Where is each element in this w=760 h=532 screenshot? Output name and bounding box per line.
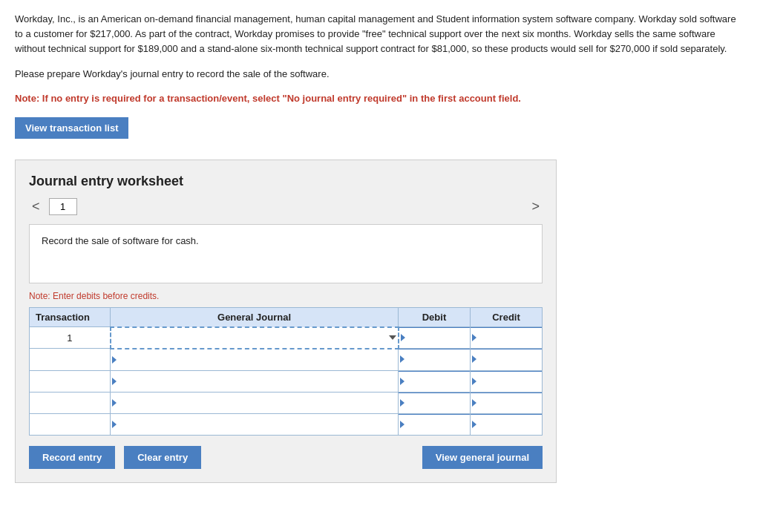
table-row — [30, 392, 543, 413]
table-row: 1 — [30, 327, 543, 349]
debit-cell-4[interactable] — [399, 392, 471, 413]
table-row — [30, 370, 543, 392]
credit-triangle-icon-4 — [472, 399, 476, 407]
debit-input-5[interactable] — [399, 414, 470, 435]
general-journal-input-5[interactable] — [111, 414, 398, 435]
description-paragraph1: Workday, Inc., is an American on-demand … — [15, 12, 742, 56]
general-journal-input-3[interactable] — [111, 371, 398, 392]
credit-cell-5[interactable] — [470, 413, 542, 435]
debit-triangle-icon-5 — [400, 421, 404, 428]
note-debits: Note: Enter debits before credits. — [29, 291, 543, 301]
col-header-general-journal: General Journal — [111, 307, 399, 327]
description-section: Workday, Inc., is an American on-demand … — [15, 12, 745, 104]
transaction-description-text: Record the sale of software for cash. — [42, 235, 199, 246]
col-header-transaction: Transaction — [30, 307, 111, 327]
table-row — [30, 349, 543, 371]
debit-cell-2[interactable] — [399, 349, 471, 371]
credit-cell-1[interactable] — [470, 327, 542, 349]
credit-triangle-icon-3 — [472, 378, 476, 385]
prev-page-button[interactable]: < — [29, 199, 43, 214]
col-header-debit: Debit — [399, 307, 471, 327]
clear-entry-button[interactable]: Clear entry — [124, 446, 201, 469]
general-journal-cell-4[interactable] — [111, 392, 399, 413]
transaction-description-box: Record the sale of software for cash. — [29, 224, 543, 283]
debit-input-1[interactable] — [399, 327, 470, 348]
debit-input-3[interactable] — [399, 371, 470, 392]
general-journal-input-4[interactable] — [111, 393, 398, 413]
gj-triangle-icon-4 — [112, 399, 117, 407]
credit-input-3[interactable] — [471, 371, 542, 392]
table-row — [30, 413, 543, 435]
transaction-cell-5 — [30, 413, 111, 435]
general-journal-cell-2[interactable] — [111, 349, 399, 371]
debit-triangle-icon — [401, 334, 405, 341]
view-transaction-button[interactable]: View transaction list — [15, 117, 128, 139]
general-journal-cell-5[interactable] — [111, 413, 399, 435]
credit-cell-4[interactable] — [470, 392, 542, 413]
debit-cell-5[interactable] — [399, 413, 471, 435]
debit-cell-3[interactable] — [399, 370, 471, 392]
journal-entry-worksheet: Journal entry worksheet < > Record the s… — [15, 160, 557, 483]
table-header-row: Transaction General Journal Debit Credit — [30, 307, 543, 327]
record-entry-button[interactable]: Record entry — [29, 446, 115, 469]
gj-triangle-icon-2 — [112, 356, 117, 364]
debit-input-2[interactable] — [399, 349, 470, 370]
dropdown-arrow-icon — [389, 335, 396, 340]
transaction-cell-4 — [30, 392, 111, 413]
credit-cell-3[interactable] — [470, 370, 542, 392]
debit-triangle-icon-3 — [400, 378, 404, 385]
credit-triangle-icon-5 — [472, 421, 476, 428]
debit-cell-1[interactable] — [399, 327, 471, 349]
transaction-number-cell: 1 — [30, 327, 111, 349]
debit-triangle-icon-4 — [400, 399, 404, 407]
col-header-credit: Credit — [470, 307, 542, 327]
transaction-cell-2 — [30, 349, 111, 371]
action-buttons-row: Record entry Clear entry View general jo… — [29, 446, 543, 469]
note-red: Note: If no entry is required for a tran… — [15, 93, 745, 104]
gj-triangle-icon-5 — [112, 421, 117, 428]
general-journal-input-1[interactable] — [111, 328, 398, 348]
general-journal-cell-3[interactable] — [111, 370, 399, 392]
transaction-cell-3 — [30, 370, 111, 392]
view-general-journal-button[interactable]: View general journal — [422, 446, 543, 469]
credit-input-2[interactable] — [471, 349, 542, 370]
credit-input-5[interactable] — [471, 414, 542, 435]
journal-table: Transaction General Journal Debit Credit… — [29, 307, 543, 436]
nav-row: < > — [29, 198, 543, 215]
debit-triangle-icon-2 — [400, 355, 404, 363]
page-number-input[interactable] — [49, 198, 77, 215]
debit-input-4[interactable] — [399, 393, 470, 413]
next-page-button[interactable]: > — [528, 199, 543, 214]
general-journal-input-2[interactable] — [111, 349, 398, 370]
credit-triangle-icon — [472, 334, 476, 341]
credit-triangle-icon-2 — [472, 355, 476, 363]
credit-input-4[interactable] — [471, 393, 542, 413]
gj-triangle-icon-3 — [112, 378, 117, 385]
credit-cell-2[interactable] — [470, 349, 542, 371]
general-journal-dropdown-cell[interactable] — [111, 327, 399, 349]
credit-input-1[interactable] — [471, 327, 542, 348]
worksheet-title: Journal entry worksheet — [29, 174, 543, 189]
description-paragraph2: Please prepare Workday's journal entry t… — [15, 67, 742, 82]
